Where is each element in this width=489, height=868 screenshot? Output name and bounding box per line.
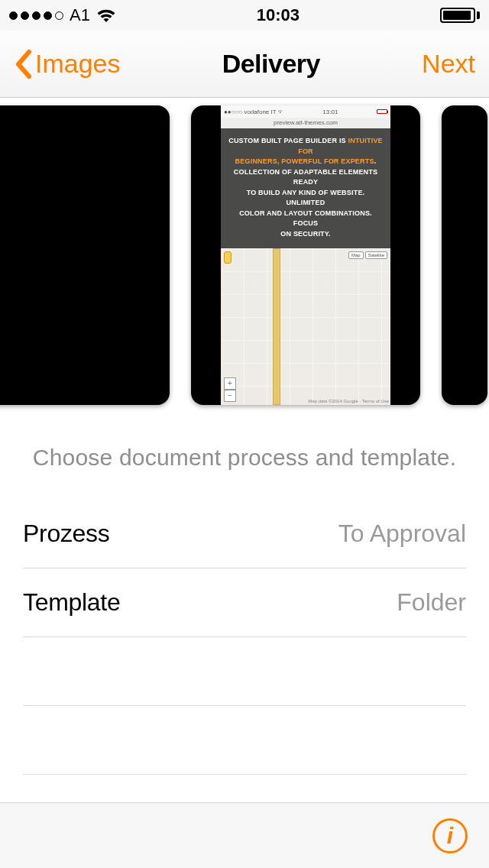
info-icon: i [447,823,453,849]
scan-page-next[interactable] [442,105,487,405]
row-process[interactable]: Prozess To Approval [23,500,466,568]
preview-url-bar: preview.ait-themes.com [221,118,390,128]
preview-status-bar: ●●○○○ vodafone IT ᯤ 13:01 [221,105,390,118]
info-button[interactable]: i [432,818,468,853]
status-bar: A1 10:03 [0,0,489,31]
footer-toolbar: i [0,802,489,868]
pegman-icon [224,251,232,264]
row-process-value: To Approval [338,520,466,548]
next-button[interactable]: Next [422,49,475,79]
preview-map: Map Satellite + − Map data ©2014 Google … [221,248,390,405]
scan-page-content: ●●○○○ vodafone IT ᯤ 13:01 preview.ait-th… [221,105,390,405]
back-button-label: Images [35,49,121,79]
map-type-map: Map [348,251,364,259]
nav-bar: Images Delivery Next [0,31,489,98]
battery-icon [440,8,480,23]
form-instruction: Choose document process and template. [23,413,466,500]
row-template-value: Folder [397,588,466,617]
form-area: Choose document process and template. Pr… [0,413,489,775]
status-bar-left: A1 [9,5,116,25]
back-button[interactable]: Images [14,49,121,79]
carrier-label: A1 [70,5,90,25]
row-empty-2 [23,706,466,775]
wifi-icon [96,8,116,23]
map-credit: Map data ©2014 Google · Terms of Use [308,399,389,403]
scan-page-current[interactable]: ●●○○○ vodafone IT ᯤ 13:01 preview.ait-th… [191,105,420,405]
map-type-satellite: Satellite [365,251,387,259]
scan-page-prev[interactable] [0,105,170,405]
map-zoom-out: − [224,390,236,402]
row-template[interactable]: Template Folder [23,568,466,637]
signal-strength-icon [9,11,63,20]
map-zoom-in: + [224,377,236,390]
page-title: Delivery [222,49,320,79]
row-empty-1 [23,637,466,706]
row-process-label: Prozess [23,520,110,548]
row-template-label: Template [23,588,120,617]
status-bar-time: 10:03 [257,5,300,25]
chevron-left-icon [14,49,32,79]
preview-hero-text: CUSTOM BUILT PAGE BUILDER IS INTUITIVE F… [221,128,390,248]
scan-preview-strip[interactable]: ●●○○○ vodafone IT ᯤ 13:01 preview.ait-th… [0,98,489,413]
